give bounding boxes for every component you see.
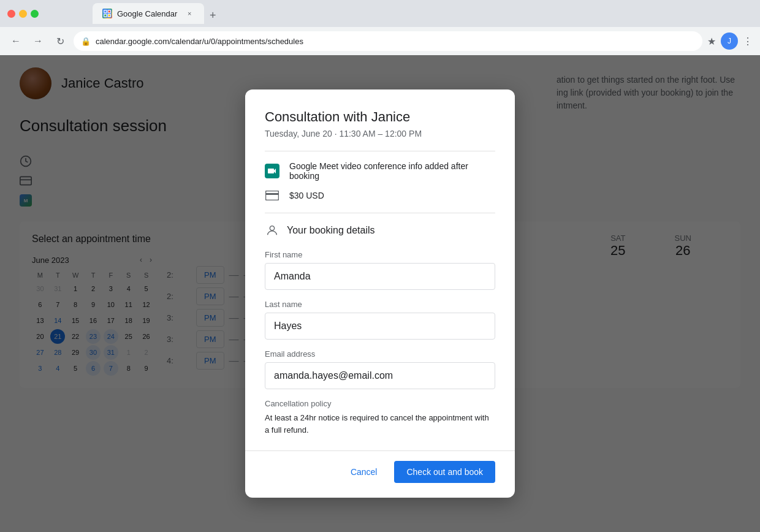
first-name-input[interactable]	[265, 263, 495, 290]
first-name-label: First name	[265, 250, 495, 259]
modal-title: Consultation with Janice	[265, 109, 495, 125]
last-name-group: Last name	[265, 300, 495, 340]
cancellation-section: Cancellation policy At least a 24hr noti…	[265, 399, 495, 436]
new-tab-button[interactable]: +	[204, 7, 221, 24]
refresh-button[interactable]: ↻	[51, 32, 69, 50]
modal-meet-text: Google Meet video conference info added …	[289, 161, 495, 181]
modal-dialog: Consultation with Janice Tuesday, June 2…	[245, 89, 515, 498]
tab-close-button[interactable]: ×	[184, 9, 194, 18]
forward-button[interactable]: →	[29, 32, 47, 50]
window-controls	[7, 10, 39, 18]
google-meet-icon	[265, 164, 279, 178]
url-text: calendar.google.com/calendar/u/0/appoint…	[96, 37, 303, 46]
email-group: Email address	[265, 349, 495, 389]
modal-footer: Cancel Check out and book	[245, 450, 515, 498]
lock-icon: 🔒	[81, 37, 91, 46]
browser-chrome: Google Calendar × + ← → ↻ 🔒 calendar.goo…	[0, 0, 760, 55]
tab-bar: Google Calendar × +	[44, 3, 753, 24]
address-bar[interactable]: 🔒 calendar.google.com/calendar/u/0/appoi…	[74, 31, 702, 51]
minimize-dot[interactable]	[19, 10, 27, 18]
tab-favicon	[102, 9, 112, 18]
modal-price-row: $30 USD	[265, 188, 495, 203]
modal-body: Consultation with Janice Tuesday, June 2…	[245, 89, 515, 450]
active-tab[interactable]: Google Calendar ×	[93, 3, 204, 24]
modal-datetime: Tuesday, June 20 · 11:30 AM – 12:00 PM	[265, 129, 495, 139]
browser-titlebar: Google Calendar × +	[0, 0, 760, 27]
back-button[interactable]: ←	[7, 32, 25, 50]
cancellation-title: Cancellation policy	[265, 399, 495, 408]
cancel-button[interactable]: Cancel	[341, 461, 387, 483]
bookmark-icon[interactable]: ★	[707, 36, 716, 47]
svg-rect-7	[104, 15, 106, 17]
tab-title: Google Calendar	[117, 9, 177, 18]
page-content: Janice Castro Consultation session M	[0, 55, 760, 532]
email-input[interactable]	[265, 362, 495, 389]
svg-rect-14	[266, 193, 279, 195]
email-label: Email address	[265, 349, 495, 359]
last-name-input[interactable]	[265, 313, 495, 340]
first-name-group: First name	[265, 250, 495, 290]
person-icon	[265, 223, 279, 238]
modal-meet-row: Google Meet video conference info added …	[265, 161, 495, 181]
last-name-label: Last name	[265, 300, 495, 309]
svg-rect-6	[108, 10, 110, 12]
booking-details-header: Your booking details	[265, 223, 495, 238]
booking-details-title: Your booking details	[287, 225, 375, 236]
svg-rect-8	[108, 15, 110, 17]
checkout-book-button[interactable]: Check out and book	[394, 461, 495, 483]
credit-card-icon	[265, 188, 279, 203]
user-avatar[interactable]: J	[721, 32, 738, 50]
svg-rect-13	[266, 191, 279, 200]
modal-overlay: Consultation with Janice Tuesday, June 2…	[0, 55, 760, 532]
close-dot[interactable]	[7, 10, 15, 18]
maximize-dot[interactable]	[31, 10, 39, 18]
modal-price-text: $30 USD	[289, 191, 324, 200]
modal-divider-1	[265, 151, 495, 151]
menu-icon[interactable]: ⋮	[743, 36, 753, 47]
cancellation-text: At least a 24hr notice is required to ca…	[265, 412, 495, 436]
svg-rect-5	[104, 10, 106, 12]
modal-divider-2	[265, 213, 495, 213]
svg-point-15	[270, 226, 274, 230]
browser-toolbar: ← → ↻ 🔒 calendar.google.com/calendar/u/0…	[0, 27, 760, 55]
